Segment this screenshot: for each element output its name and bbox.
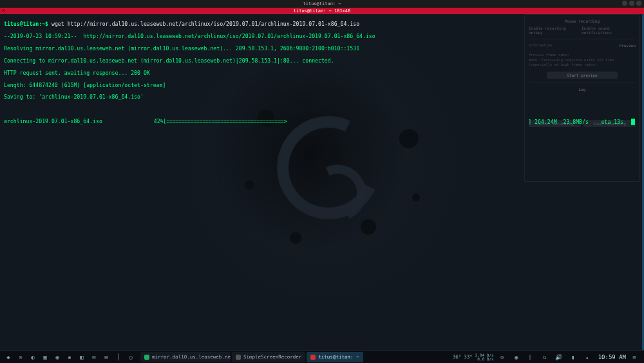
splat-decoration [290,232,301,244]
clock[interactable]: 10:59 AM [598,354,626,360]
download-size: 264.24M [535,119,557,125]
start-menu-icon[interactable]: ◆ [4,353,13,362]
terminal-tab-title: titus@titan: ~ 181x46 [294,8,351,14]
app-icon[interactable]: ⊡ [90,353,99,362]
recorder-task-icon [236,355,241,360]
minimize-button[interactable] [622,1,627,6]
files-icon[interactable]: ▣ [41,353,50,362]
wget-output-line: Length: 644874240 (615M) [application/oc… [4,83,640,88]
chrome-icon[interactable]: ◉ [53,353,62,362]
taskbar[interactable]: ◆ ⊙ ◐ ▣ ◉ ▪ ◧ ⊡ ⊞ │ ◯ mirror.dal10.us.le… [0,350,644,363]
command-line: wget http://mirror.dal10.us.leaseweb.net… [52,21,359,27]
splat-decoration [361,219,376,235]
battery-icon[interactable]: ▮ [569,353,578,362]
chrome-task-icon [144,355,149,360]
volume-icon[interactable]: 🔊 [554,353,564,362]
taskbar-task-terminal[interactable]: titus@titan: ~ [307,352,363,362]
notification-icon[interactable]: ▴ [583,353,592,362]
app-icon[interactable]: ⊞ [102,353,111,362]
wired-network-icon[interactable]: ⇅ [540,353,549,362]
splat-decoration [245,181,254,190]
wget-output-line: Connecting to mirror.dal10.us.leaseweb.n… [4,58,640,64]
cursor [631,119,635,125]
wget-output-line: Saving to: 'archlinux-2019.07.01-x86_64.… [4,94,640,100]
download-percent: 42% [154,119,164,124]
window-titlebar[interactable]: titus@titan: ~ [0,0,644,8]
bluetooth-icon[interactable]: ᛒ [526,353,535,362]
show-desktop-icon[interactable]: ◯ [126,353,135,362]
wget-output-line: Resolving mirror.dal10.us.leaseweb.net (… [4,46,640,52]
close-button[interactable] [636,1,641,6]
window-title: titus@titan: ~ [303,1,341,6]
menu-icon[interactable]: ≡ [630,353,639,362]
prompt-user: titus@titan [4,21,39,27]
download-bar: [=======================================… [164,119,287,124]
editor-icon[interactable]: ◧ [77,353,86,362]
steam-icon[interactable]: ⊙ [16,353,25,362]
wget-output-line: HTTP request sent, awaiting response... … [4,70,640,76]
terminal-task-icon [310,355,316,360]
taskbar-task-browser[interactable]: mirror.dal10.us.leaseweb.net | po... [140,352,231,362]
temperature-2: 33° [464,354,473,360]
separator-icon: │ [114,353,123,362]
tray-icon[interactable]: ◉ [512,353,521,362]
maximize-button[interactable] [629,1,634,6]
splat-decoration [399,129,419,148]
download-filename: archlinux-2019.07.01-x86_64.iso [4,119,102,124]
tab-close-icon[interactable]: × [2,8,5,14]
download-progress-line: archlinux-2019.07.01-x86_64.iso 42%[====… [4,119,640,124]
download-rate: 23.8MB/s [563,119,588,125]
tray-icon[interactable]: ⊙ [498,353,507,362]
wget-output-line: --2019-07-23 10:59:21-- http://mirror.da… [4,34,640,39]
terminal-output[interactable]: titus@titan:~$ wget http://mirror.dal10.… [0,14,644,85]
taskbar-task-recorder[interactable]: SimpleScreenRecorder [232,352,305,362]
network-monitor[interactable]: 2.04 B/s 0.0 B/s [475,353,494,361]
firefox-icon[interactable]: ◐ [28,353,37,362]
terminal-tab-bar[interactable]: × titus@titan: ~ 181x46 [0,8,644,14]
terminal-icon[interactable]: ▪ [65,353,74,362]
splat-decoration [412,193,420,201]
download-eta: eta 13s [601,119,624,125]
temperature-1: 36° [453,354,462,360]
